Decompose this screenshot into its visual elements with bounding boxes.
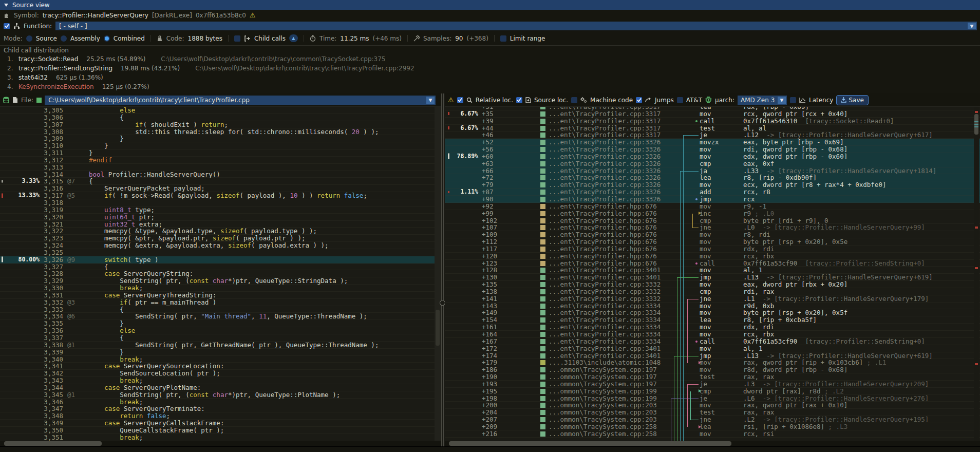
source-line[interactable]: 3,309 }: [0, 135, 441, 142]
asm-source-location[interactable]: ...ommon\TracySystem.cpp:197: [549, 373, 669, 381]
assembly-horizontal-scrollbar[interactable]: [445, 441, 980, 446]
document-icon[interactable]: [12, 97, 18, 103]
source-line[interactable]: 3,344 case ServerQueryPlotName:: [0, 384, 441, 391]
asm-line[interactable]: +143...ent\TracyProfiler.cpp:3334movr9d,…: [445, 303, 980, 310]
asm-line[interactable]: +190...ommon\TracySystem.cpp:197testrax,…: [445, 373, 980, 381]
asm-line[interactable]: +138...ent\TracyProfiler.cpp:3332cmprdi,…: [445, 288, 980, 295]
source-line[interactable]: 3,331 case ServerQueryThreadString:: [0, 292, 441, 299]
asm-source-location[interactable]: ...ent\TracyProfiler.cpp:3401: [549, 274, 669, 281]
source-line[interactable]: 3.33%3,315@7{: [0, 178, 441, 185]
asm-source-location[interactable]: ...ent\TracyProfiler.cpp:3326: [549, 139, 669, 146]
asm-line[interactable]: +120...ent\TracyProfiler.hpp:676movrcx, …: [445, 253, 980, 260]
asm-line[interactable]: +92...ent\TracyProfiler.hpp:676movr9, -1: [445, 203, 980, 210]
asm-line[interactable]: +90...ent\TracyProfiler.cpp:3326jmprcx: [445, 196, 980, 203]
source-vertical-scrollbar[interactable]: [435, 107, 441, 441]
asm-line[interactable]: +107...ent\TracyProfiler.hpp:676jne.L0 -…: [445, 224, 980, 231]
asm-line[interactable]: +174...ent\TracyProfiler.cpp:3401jmp.L13…: [445, 352, 980, 360]
source-line[interactable]: 3,337 {: [0, 334, 441, 342]
asm-source-location[interactable]: ...ent\TracyProfiler.cpp:3401: [549, 345, 669, 352]
asm-source-location[interactable]: ...ommon\TracySystem.cpp:203: [549, 409, 669, 416]
asm-line[interactable]: +112...ent\TracyProfiler.hpp:676movbyte …: [445, 238, 980, 246]
asm-source-location[interactable]: ...ommon\TracySystem.cpp:203: [549, 416, 669, 423]
source-line[interactable]: 3,346 break;: [0, 399, 441, 406]
asm-source-location[interactable]: ...ent\TracyProfiler.hpp:676: [549, 238, 669, 246]
asm-source-location[interactable]: ...ent\TracyProfiler.cpp:3334: [549, 331, 669, 338]
source-line[interactable]: 3,328 case ServerQueryString:: [0, 270, 441, 277]
collapse-triangle-icon[interactable]: [4, 4, 8, 7]
asm-line[interactable]: +209...ommon\TracySystem.cpp:258learsi, …: [445, 423, 980, 430]
limit-range-checkbox[interactable]: [500, 35, 506, 42]
asm-source-location[interactable]: ...ent\TracyProfiler.cpp:3317: [549, 131, 669, 139]
asm-line[interactable]: +154...ent\TracyProfiler.cpp:3334lear8, …: [445, 316, 980, 324]
asm-source-location[interactable]: ...ent\TracyProfiler.cpp:3334: [549, 338, 669, 345]
scrollbar-thumb[interactable]: [4, 441, 102, 446]
asm-line[interactable]: +179....31103\include\atomic:1048movrax,…: [445, 359, 980, 366]
assembly-vertical-scrollbar[interactable]: [974, 107, 979, 441]
asm-source-location[interactable]: ...ommon\TracySystem.cpp:197: [549, 381, 669, 388]
asm-line[interactable]: +63...ent\TracyProfiler.cpp:3326cmpeax, …: [445, 160, 980, 167]
source-line[interactable]: 3,348 return false;: [0, 412, 441, 420]
source-line[interactable]: 3,324 memcpy( &extra, &payload.extra, si…: [0, 242, 441, 249]
function-dropdown-arrow-icon[interactable]: ▼: [968, 23, 976, 29]
mode-assembly-label[interactable]: Assembly: [70, 35, 100, 42]
asm-source-location[interactable]: ...ent\TracyProfiler.cpp:3317: [549, 107, 669, 110]
asm-source-location[interactable]: ...ent\TracyProfiler.hpp:676: [549, 203, 669, 210]
source-line[interactable]: 3,338@1 SendString( ptr, GetThreadName( …: [0, 342, 441, 349]
source-line[interactable]: 3,305 else: [0, 107, 441, 114]
asm-source-location[interactable]: ...ent\TracyProfiler.cpp:3334: [549, 309, 669, 316]
asm-source-location[interactable]: ...ent\TracyProfiler.hpp:676: [549, 246, 669, 253]
asm-source-location[interactable]: ...ent\TracyProfiler.cpp:3326: [549, 196, 669, 203]
latency-label[interactable]: Latency: [809, 97, 833, 104]
asm-source-location[interactable]: ...ent\TracyProfiler.cpp:3317: [549, 118, 669, 125]
source-loc-label[interactable]: Source loc.: [534, 97, 568, 104]
source-line[interactable]: 80.00%3,326@9 switch( type ): [0, 256, 441, 263]
asm-line[interactable]: +161...ent\TracyProfiler.cpp:3334movrdx,…: [445, 324, 980, 331]
asm-line[interactable]: +193...ommon\TracySystem.cpp:197je.L3 ->…: [445, 381, 980, 388]
source-line[interactable]: 3,320 uint64_t ptr;: [0, 214, 441, 221]
asm-line[interactable]: 1.11%+87...ent\TracyProfiler.cpp:3326add…: [445, 189, 980, 196]
source-line[interactable]: 3,339 }: [0, 349, 441, 356]
asm-source-location[interactable]: ...ent\TracyProfiler.cpp:3334: [549, 316, 669, 324]
asm-line[interactable]: +195...ommon\TracySystem.cpp:199cmpdword…: [445, 388, 980, 395]
warning-icon[interactable]: ⚠: [250, 12, 256, 18]
file-dropdown-arrow-icon[interactable]: ▼: [426, 97, 435, 104]
relative-loc-checkbox[interactable]: [457, 97, 463, 103]
source-line[interactable]: 3,323 memcpy( &ptr, &payload.ptr, sizeof…: [0, 235, 441, 242]
asm-source-location[interactable]: ...ent\TracyProfiler.cpp:3401: [549, 352, 669, 360]
child-calls-up-button[interactable]: ▲: [289, 34, 298, 42]
source-line[interactable]: 3,316 ServerQueryPacket payload;: [0, 185, 441, 192]
source-line[interactable]: 3,325: [0, 249, 441, 256]
child-call-name[interactable]: KeSynchronizeExecution: [18, 83, 94, 90]
child-call-name[interactable]: tracy::Profiler::SendLongString: [18, 65, 112, 72]
asm-line[interactable]: +172...ent\TracyProfiler.cpp:3401moval, …: [445, 345, 980, 352]
att-label[interactable]: AT&T: [686, 97, 702, 104]
asm-line[interactable]: 6.67%+35...ent\TracyProfiler.cpp:3317mov…: [445, 110, 980, 118]
machine-code-label[interactable]: Machine code: [590, 97, 633, 104]
asm-source-location[interactable]: ...ent\TracyProfiler.hpp:676: [549, 217, 669, 224]
scrollbar-thumb[interactable]: [449, 441, 731, 446]
asm-line[interactable]: +128...ent\TracyProfiler.cpp:3401moval, …: [445, 267, 980, 274]
source-line[interactable]: 3,336 else: [0, 327, 441, 334]
asm-line[interactable]: +39...ent\TracyProfiler.cpp:3317call0x7f…: [445, 118, 980, 125]
asm-line[interactable]: +99...ent\TracyProfiler.hpp:676incr9 ; .…: [445, 210, 980, 217]
source-line[interactable]: 3,327 {: [0, 263, 441, 271]
pane-divider[interactable]: [441, 93, 445, 452]
asm-source-location[interactable]: ...ent\TracyProfiler.cpp:3401: [549, 267, 669, 274]
source-line[interactable]: 3,313: [0, 164, 441, 171]
asm-source-location[interactable]: ...ent\TracyProfiler.cpp:3326: [549, 174, 669, 181]
asm-source-location[interactable]: ...ent\TracyProfiler.cpp:3326: [549, 153, 669, 160]
asm-source-location[interactable]: ...ommon\TracySystem.cpp:199: [549, 388, 669, 395]
file-select[interactable]: C:\Users\wolf\Desktop\darkrl\contrib\tra…: [45, 96, 436, 105]
asm-line[interactable]: 78.89%+60...ent\TracyProfiler.cpp:3326mo…: [445, 153, 980, 160]
asm-source-location[interactable]: ...ent\TracyProfiler.cpp:3334: [549, 303, 669, 310]
assembly-view[interactable]: +31...ent\TracyProfiler.cpp:3317leardx, …: [445, 107, 980, 441]
source-line[interactable]: 3,341 case ServerQuerySourceLocation:: [0, 363, 441, 370]
source-line[interactable]: 3,307 if( shouldExit ) return;: [0, 121, 441, 128]
source-line[interactable]: 13.33%3,317@5 if( !m_sock->Read( &payloa…: [0, 192, 441, 199]
limit-range-label[interactable]: Limit range: [510, 35, 545, 42]
source-line[interactable]: 3,312#endif: [0, 157, 441, 164]
source-horizontal-scrollbar[interactable]: [0, 441, 441, 446]
source-line[interactable]: 3,345@1 SendString( ptr, (const char*)pt…: [0, 391, 441, 399]
child-call-name[interactable]: tracy::Socket::Read: [18, 55, 78, 63]
source-line[interactable]: 3,311}: [0, 149, 441, 157]
